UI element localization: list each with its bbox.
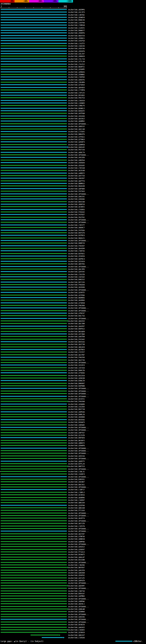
- hit-label[interactable]: UniRef100_UPI0000...: [68, 598, 89, 600]
- hit-bar[interactable]: [1, 157, 67, 158]
- hit-bar[interactable]: [1, 170, 67, 171]
- hit-bar[interactable]: [1, 562, 67, 563]
- hit-bar[interactable]: [1, 528, 67, 529]
- hit-label[interactable]: UniRef100_Q5B3T6: [68, 79, 85, 81]
- hit-label[interactable]: UniRef100_B6RRE6: [68, 297, 85, 299]
- hit-label[interactable]: UniRef100_B4PH88: [68, 385, 85, 387]
- hit-bar[interactable]: [1, 92, 67, 93]
- hit-label[interactable]: UniRef100_C5E1T7: [68, 224, 85, 226]
- hit-bar[interactable]: [1, 331, 67, 332]
- hit-label[interactable]: UniRef100_UPI0000...: [68, 240, 89, 242]
- hit-bar[interactable]: [1, 326, 67, 327]
- hit-label[interactable]: UniRef100_UPI0000...: [68, 458, 89, 460]
- hit-label[interactable]: UniRef100_B4K2S2: [68, 278, 85, 280]
- hit-label[interactable]: UniRef100_A829L1: [68, 603, 85, 605]
- hit-label[interactable]: UniRef100_UPI0000...: [68, 307, 89, 309]
- hit-bar[interactable]: [1, 318, 67, 319]
- hit-bar[interactable]: [1, 82, 67, 83]
- hit-bar[interactable]: [1, 97, 67, 98]
- hit-label[interactable]: UniRef100_Q98LW8: [68, 608, 85, 610]
- hit-bar[interactable]: [1, 391, 67, 392]
- hit-bar[interactable]: [1, 518, 67, 518]
- hit-bar[interactable]: [1, 505, 67, 506]
- hit-label[interactable]: UniRef100_UPI0000...: [68, 452, 89, 454]
- hit-bar[interactable]: [1, 541, 67, 542]
- hit-label[interactable]: UniRef100_Q3HM58: [68, 144, 85, 146]
- hit-bar[interactable]: [1, 367, 67, 368]
- hit-label[interactable]: UniRef100_Q6Y1Z0: [68, 522, 85, 524]
- hit-bar[interactable]: [1, 427, 67, 428]
- hit-label[interactable]: UniRef100_C5WT26: [68, 250, 85, 252]
- hit-bar[interactable]: [1, 341, 67, 342]
- hit-label[interactable]: UniRef100_A9N9G9: [68, 55, 85, 57]
- hit-label[interactable]: UniRef100_B3NCZ9: [68, 380, 85, 382]
- hit-label[interactable]: UniRef100_UPI0000...: [68, 219, 89, 221]
- hit-label[interactable]: UniRef100_UPI0000...: [68, 614, 89, 616]
- hit-bar[interactable]: [1, 445, 67, 446]
- hit-bar[interactable]: [1, 186, 67, 186]
- hit-bar[interactable]: [1, 508, 67, 508]
- hit-label[interactable]: UniRef100_UPI0000...: [68, 289, 89, 291]
- hit-bar[interactable]: [1, 370, 67, 371]
- hit-label[interactable]: UniRef100_A2R826: [68, 71, 85, 73]
- hit-label[interactable]: UniRef100_C4XW83: [68, 102, 85, 104]
- hit-label[interactable]: UniRef100_C7YMF8: [68, 89, 85, 91]
- hit-bar[interactable]: [1, 315, 67, 316]
- hit-label[interactable]: UniRef100_Q642H9: [68, 248, 85, 250]
- hit-bar[interactable]: [1, 134, 67, 134]
- hit-label[interactable]: UniRef100_B9S548: [68, 201, 85, 203]
- hit-bar[interactable]: [1, 484, 67, 485]
- hit-bar[interactable]: [1, 538, 67, 539]
- hit-label[interactable]: UniRef100_A7NP30: [68, 536, 85, 538]
- hit-bar[interactable]: [1, 481, 67, 482]
- hit-bar[interactable]: [1, 557, 67, 558]
- hit-label[interactable]: UniRef100_C0Z342: [68, 276, 85, 278]
- hit-bar[interactable]: [1, 131, 67, 132]
- hit-label[interactable]: UniRef100_Q53H16: [68, 494, 85, 496]
- hit-bar[interactable]: [1, 120, 67, 122]
- hit-label[interactable]: UniRef100_C4JEZ1: [68, 27, 85, 29]
- hit-bar[interactable]: [1, 419, 67, 420]
- hit-label[interactable]: UniRef100_Q32P90: [68, 504, 85, 506]
- hit-bar[interactable]: [1, 108, 67, 109]
- hit-label[interactable]: UniRef100_Q3UUQ6: [68, 198, 85, 200]
- hit-label[interactable]: UniRef100_A2Y3W4: [68, 333, 85, 335]
- hit-bar[interactable]: [1, 388, 67, 389]
- hit-label[interactable]: UniRef100_Q4PMB3: [68, 595, 85, 597]
- hit-bar[interactable]: [1, 76, 67, 78]
- hit-label[interactable]: UniRef100_A9P7U7: [68, 432, 85, 434]
- hit-bar[interactable]: [1, 25, 67, 26]
- hit-label[interactable]: UniRef100_A8UE10: [68, 203, 85, 206]
- hit-bar[interactable]: [1, 165, 67, 166]
- hit-label[interactable]: UniRef100_Q0V6D3: [68, 86, 85, 89]
- hit-bar[interactable]: [1, 154, 67, 155]
- hit-label[interactable]: UniRef100_UPI0000...: [68, 562, 89, 564]
- hit-label[interactable]: UniRef100_UPI0000...: [68, 429, 89, 431]
- hit-label[interactable]: UniRef100_C9H734: [68, 590, 85, 592]
- hit-label[interactable]: UniRef100_B6SQE8: [68, 330, 85, 332]
- hit-bar[interactable]: [1, 463, 67, 464]
- hit-bar[interactable]: [1, 398, 67, 399]
- hit-label[interactable]: UniRef100_A9CB07: [68, 481, 85, 483]
- hit-bar[interactable]: [1, 352, 67, 352]
- hit-label[interactable]: UniRef100_Q1JSZ0: [68, 434, 85, 436]
- hit-label[interactable]: UniRef100_UPI0000...: [68, 587, 89, 590]
- hit-label[interactable]: UniRef100_A3LZ47: [68, 53, 85, 55]
- hit-bar[interactable]: [1, 123, 67, 124]
- hit-label[interactable]: UniRef100_Q6BMR2: [68, 120, 85, 122]
- hit-label[interactable]: UniRef100_P49398: [68, 400, 85, 402]
- hit-bar[interactable]: [1, 300, 67, 301]
- hit-bar[interactable]: [1, 149, 67, 150]
- hit-bar[interactable]: [1, 105, 67, 106]
- hit-bar[interactable]: [1, 282, 67, 282]
- hit-label[interactable]: UniRef100_Q7SE03: [68, 84, 85, 86]
- hit-bar[interactable]: [1, 287, 67, 288]
- hit-label[interactable]: UniRef100_A79XU6: [68, 372, 85, 374]
- hit-bar[interactable]: [1, 559, 67, 560]
- hit-bar[interactable]: [1, 222, 67, 223]
- hit-bar[interactable]: [1, 601, 67, 602]
- hit-bar[interactable]: [1, 336, 67, 337]
- hit-label[interactable]: UniRef100_C5DF83: [68, 76, 85, 78]
- hit-bar[interactable]: [1, 230, 67, 231]
- hit-label[interactable]: UniRef100_B5FST9: [68, 232, 85, 234]
